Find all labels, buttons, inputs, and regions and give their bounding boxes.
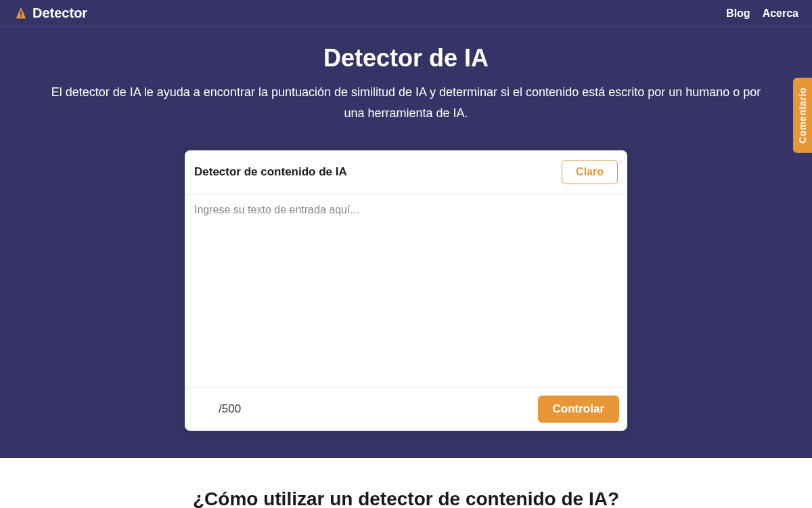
nav-links: Blog Acerca xyxy=(726,7,798,20)
card-footer: /500 Controlar xyxy=(185,387,627,431)
nav-about[interactable]: Acerca xyxy=(763,7,798,20)
svg-rect-0 xyxy=(20,11,22,14)
how-to-section: ¿Cómo utilizar un detector de contenido … xyxy=(0,458,812,508)
card-header: Detector de contenido de IA Claro xyxy=(185,150,627,194)
how-to-title: ¿Cómo utilizar un detector de contenido … xyxy=(14,488,798,508)
nav-blog[interactable]: Blog xyxy=(726,7,750,20)
header: Detector Blog Acerca xyxy=(0,0,812,27)
clear-button[interactable]: Claro xyxy=(562,160,618,184)
logo-icon xyxy=(14,6,28,21)
svg-rect-1 xyxy=(20,15,22,16)
feedback-tab[interactable]: Comentario xyxy=(793,78,812,153)
logo[interactable]: Detector xyxy=(14,5,87,21)
check-button[interactable]: Controlar xyxy=(538,396,620,423)
content-input[interactable] xyxy=(185,194,627,384)
page-title: Detector de IA xyxy=(41,44,771,72)
logo-text: Detector xyxy=(32,5,87,21)
hero-section: Detector de IA El detector de IA le ayud… xyxy=(0,27,812,458)
page-subtitle: El detector de IA le ayuda a encontrar l… xyxy=(47,82,765,123)
textarea-wrapper xyxy=(185,194,627,387)
card-title: Detector de contenido de IA xyxy=(194,165,347,179)
char-counter: /500 xyxy=(219,402,241,416)
detector-card: Detector de contenido de IA Claro /500 C… xyxy=(185,150,627,431)
